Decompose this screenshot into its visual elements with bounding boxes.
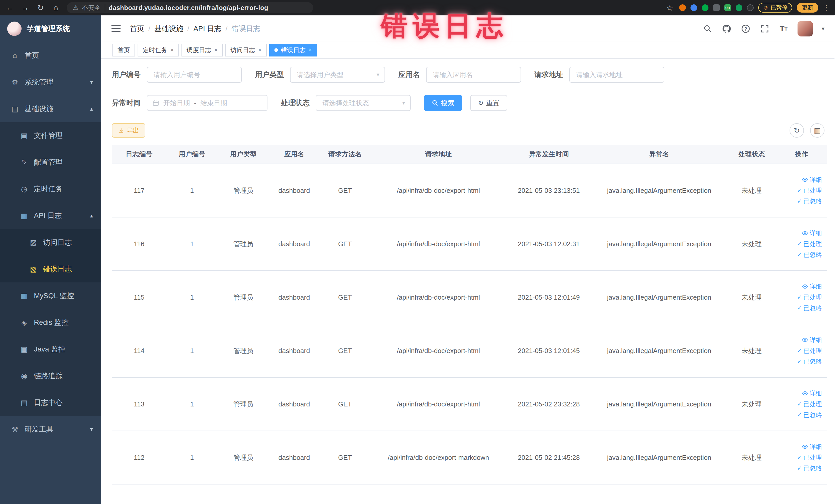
mark-processed-link[interactable]: ✓已处理 xyxy=(797,400,822,408)
chevron-down-icon: ▾ xyxy=(376,72,380,78)
sidebar-item-redis-monitor[interactable]: ◈ Redis 监控 xyxy=(0,309,101,336)
sidebar-item-infrastructure[interactable]: ▤ 基础设施 ▴ xyxy=(0,96,101,122)
back-icon[interactable]: ← xyxy=(5,3,14,12)
export-button[interactable]: 导出 xyxy=(112,123,145,138)
app-logo[interactable]: 芋道管理系统 xyxy=(0,15,101,42)
sidebar-item-label: 基础设施 xyxy=(25,104,54,114)
tab-access-log[interactable]: 访问日志 × xyxy=(225,44,267,57)
detail-link[interactable]: 详细 xyxy=(802,282,822,291)
sidebar-item-dev-tools[interactable]: ⚒ 研发工具 ▾ xyxy=(0,416,101,443)
sidebar-item-system-management[interactable]: ⚙ 系统管理 ▾ xyxy=(0,69,101,96)
mark-processed-link[interactable]: ✓已处理 xyxy=(797,453,822,462)
sidebar-item-home[interactable]: ⌂ 首页 xyxy=(0,42,101,69)
mark-ignored-link[interactable]: ✓已忽略 xyxy=(797,464,822,472)
mark-ignored-link[interactable]: ✓已忽略 xyxy=(797,197,822,205)
table-row: 112 1 管理员 dashboard GET /api/infra/db-do… xyxy=(112,431,827,484)
chevron-down-icon: ▾ xyxy=(90,426,93,432)
tab-error-log[interactable]: 错误日志 × xyxy=(269,44,317,57)
sidebar-item-link-trace[interactable]: ◉ 链路追踪 xyxy=(0,363,101,389)
mark-processed-link[interactable]: ✓已处理 xyxy=(797,293,822,301)
cell-user-type: 管理员 xyxy=(218,164,269,217)
check-icon: ✓ xyxy=(797,411,802,418)
sidebar-item-config-management[interactable]: ✎ 配置管理 xyxy=(0,149,101,176)
sidebar-item-log-center[interactable]: ▤ 日志中心 xyxy=(0,389,101,416)
github-icon[interactable] xyxy=(721,24,732,34)
process-status-select[interactable]: 请选择处理状态 ▾ xyxy=(316,95,411,111)
sidebar-item-scheduled-tasks[interactable]: ◷ 定时任务 xyxy=(0,176,101,202)
detail-link[interactable]: 详细 xyxy=(802,336,822,344)
bookmark-star-icon[interactable]: ☆ xyxy=(665,3,675,12)
user-avatar[interactable] xyxy=(797,21,813,37)
mark-ignored-link[interactable]: ✓已忽略 xyxy=(797,357,822,366)
close-icon[interactable]: × xyxy=(214,47,218,54)
user-id-input[interactable] xyxy=(147,67,242,83)
forward-icon[interactable]: → xyxy=(21,3,30,12)
home-icon: ⌂ xyxy=(10,52,20,60)
close-icon[interactable]: × xyxy=(170,47,174,54)
column-header: 操作 xyxy=(776,145,827,164)
eye-icon xyxy=(802,337,808,343)
extension-icon[interactable] xyxy=(679,4,686,11)
extension-icon[interactable] xyxy=(713,4,720,11)
sidebar-item-label: Java 监控 xyxy=(34,344,65,354)
chevron-down-icon: ▾ xyxy=(402,100,405,106)
breadcrumb-item-infrastructure[interactable]: 基础设施 xyxy=(155,24,183,34)
tab-home[interactable]: 首页 xyxy=(113,44,135,57)
reset-button[interactable]: ↻ 重置 xyxy=(470,95,507,111)
home-icon[interactable]: ⌂ xyxy=(51,3,61,12)
detail-link[interactable]: 详细 xyxy=(802,176,822,184)
search-button[interactable]: 搜索 xyxy=(424,95,462,111)
close-icon[interactable]: × xyxy=(258,47,262,54)
breadcrumb-item-home[interactable]: 首页 xyxy=(130,24,144,34)
refresh-button[interactable]: ↻ xyxy=(790,123,804,138)
detail-link[interactable]: 详细 xyxy=(802,389,822,398)
tab-schedule-log[interactable]: 调度日志 × xyxy=(182,44,223,57)
request-url-input[interactable] xyxy=(569,67,664,83)
tab-label: 调度日志 xyxy=(187,46,211,54)
profile-paused-chip[interactable]: ☺ 已暂停 xyxy=(758,3,792,13)
sidebar-item-file-management[interactable]: ▣ 文件管理 xyxy=(0,122,101,149)
fullscreen-icon[interactable] xyxy=(759,24,770,34)
browser-menu-icon[interactable]: ⋮ xyxy=(823,4,830,12)
tab-scheduled-tasks[interactable]: 定时任务 × xyxy=(138,44,179,57)
column-settings-button[interactable]: ▥ xyxy=(810,123,824,138)
extension-icon[interactable] xyxy=(747,4,754,11)
close-icon[interactable]: × xyxy=(309,47,312,54)
update-button[interactable]: 更新 xyxy=(797,3,818,13)
extension-icon[interactable] xyxy=(736,4,742,11)
sidebar-item-java-monitor[interactable]: ▣ Java 监控 xyxy=(0,336,101,363)
cell-app-name: dashboard xyxy=(269,217,319,270)
sidebar-item-error-log[interactable]: ▧ 错误日志 xyxy=(0,256,101,282)
extension-on-icon[interactable]: on xyxy=(725,4,731,11)
address-bar[interactable]: ⚠ 不安全 dashboard.yudao.iocoder.cn/infra/l… xyxy=(67,2,313,13)
font-size-icon[interactable]: TT xyxy=(778,24,789,34)
table-row: 115 1 管理员 dashboard GET /api/infra/db-do… xyxy=(112,270,827,324)
user-type-select[interactable]: 请选择用户类型 ▾ xyxy=(290,67,385,83)
caret-down-icon[interactable]: ▾ xyxy=(822,25,824,32)
extension-icon[interactable] xyxy=(691,4,697,11)
smiley-icon: ☺ xyxy=(763,4,769,11)
app-name-input[interactable] xyxy=(426,67,521,83)
mark-processed-link[interactable]: ✓已处理 xyxy=(797,240,822,248)
search-icon[interactable] xyxy=(702,24,713,34)
sidebar-item-mysql-monitor[interactable]: ▦ MySQL 监控 xyxy=(0,282,101,309)
mark-ignored-link[interactable]: ✓已忽略 xyxy=(797,250,822,259)
help-icon[interactable]: ? xyxy=(740,24,751,34)
cell-user-type: 管理员 xyxy=(218,324,269,378)
sidebar-toggle-icon[interactable] xyxy=(111,25,121,32)
mark-processed-link[interactable]: ✓已处理 xyxy=(797,347,822,355)
reload-icon[interactable]: ↻ xyxy=(36,3,45,12)
cell-request-url: /api/infra/db-doc/export-html xyxy=(371,324,506,378)
breadcrumb-item-api-logs[interactable]: API 日志 xyxy=(194,24,222,34)
cell-exception-name: java.lang.IllegalArgumentException xyxy=(591,270,727,324)
mark-processed-link[interactable]: ✓已处理 xyxy=(797,186,822,195)
mark-ignored-link[interactable]: ✓已忽略 xyxy=(797,304,822,312)
detail-link[interactable]: 详细 xyxy=(802,443,822,451)
sidebar-item-api-logs[interactable]: ▥ API 日志 ▴ xyxy=(0,202,101,229)
exception-time-range-picker[interactable]: 开始日期 - 结束日期 xyxy=(147,95,267,111)
sidebar-item-access-log[interactable]: ▨ 访问日志 xyxy=(0,229,101,256)
cell-app-name: dashboard xyxy=(269,324,319,378)
detail-link[interactable]: 详细 xyxy=(802,229,822,237)
extension-icon[interactable] xyxy=(702,4,709,11)
mark-ignored-link[interactable]: ✓已忽略 xyxy=(797,411,822,419)
